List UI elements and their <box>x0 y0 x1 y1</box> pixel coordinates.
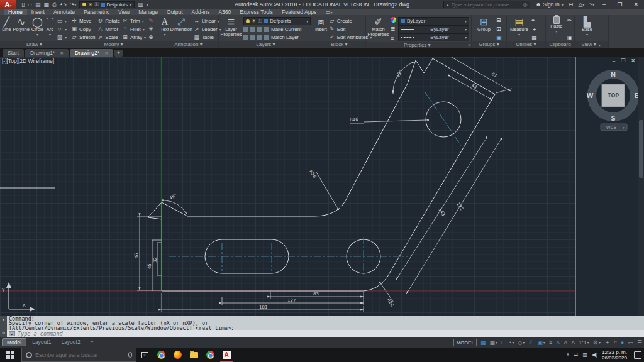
edit-block-tool[interactable]: ✎Edit <box>329 25 372 33</box>
save-icon[interactable]: ▤ <box>35 1 41 8</box>
annotation-scale-button[interactable]: 1:1▾ <box>579 339 589 346</box>
scrollbar-thumb[interactable] <box>639 120 643 178</box>
redo-icon[interactable]: ↷▾ <box>70 1 77 8</box>
ungroup-icon[interactable]: ⊟ <box>496 17 502 23</box>
firefox-taskbar-button[interactable] <box>169 348 186 362</box>
autoscale-toggle[interactable]: Λ <box>564 339 567 346</box>
file-explorer-button[interactable] <box>186 348 202 362</box>
ellipse-tool[interactable]: ○▾ <box>57 25 67 33</box>
tab-layout1[interactable]: Layout1 <box>28 338 55 346</box>
ribbon-display-toggle[interactable]: ▭▾ <box>321 9 336 15</box>
viewcube[interactable]: N W E S TOP WCS ▾ <box>586 71 638 131</box>
erase-tool[interactable]: ✎ <box>148 17 154 25</box>
array-tool[interactable]: ⊞Array▾ <box>122 33 146 41</box>
ortho-toggle[interactable]: L <box>501 339 504 346</box>
arc-tool[interactable]: ⌒Arc▾ <box>45 16 55 41</box>
visual-style-control[interactable]: [2D Wireframe] <box>18 58 54 64</box>
start-button[interactable] <box>6 351 15 359</box>
tab-model[interactable]: Model <box>2 338 26 346</box>
copy-clip-icon[interactable]: ▣ <box>567 35 572 41</box>
qat-customize-icon[interactable]: ▾ <box>147 1 148 8</box>
object-color-dropdown[interactable]: ByLayer ▾ <box>398 17 469 25</box>
tab-addins[interactable]: Add-ins <box>187 9 214 15</box>
close-icon[interactable]: ✕ <box>60 49 64 57</box>
tab-manage[interactable]: Manage <box>134 9 162 15</box>
id-point-icon[interactable]: ⌖ <box>531 17 537 24</box>
edit-attributes-tool[interactable]: ✓Edit Attributes▾ <box>329 33 372 41</box>
app-logo[interactable]: A▾ <box>0 0 16 9</box>
tab-output[interactable]: Output <box>162 9 187 15</box>
snap-toggle[interactable]: ▦▾ <box>489 339 497 346</box>
viewport-menu-control[interactable]: [-] <box>2 58 7 64</box>
close-icon[interactable]: ✕ <box>104 49 108 57</box>
dimension-tool[interactable]: ⤢Dimension <box>171 16 192 41</box>
panel-label-draw[interactable]: Draw ▾ <box>0 41 69 48</box>
annotation-monitor[interactable]: ＋ <box>604 338 610 346</box>
file-tab-drawing1[interactable]: Drawing1*✕ <box>25 49 69 57</box>
panel-label-layers[interactable]: Layers ▾ <box>219 41 313 48</box>
save-as-icon[interactable]: ▦ <box>43 1 49 8</box>
close-icon[interactable]: ✕ <box>2 317 4 322</box>
offset-tool[interactable]: ⊕ <box>148 33 154 41</box>
search-input[interactable] <box>451 2 520 8</box>
signin-button[interactable]: ☻ Sign In ▾ <box>535 1 563 8</box>
layer-properties-button[interactable]: ≣Layer Properties <box>221 16 242 41</box>
taskbar-search-input[interactable] <box>35 352 125 358</box>
panel-label-groups[interactable]: Groups ▾ <box>472 41 506 48</box>
action-center-icon[interactable] <box>634 351 641 359</box>
mirror-tool[interactable]: △Mirror <box>97 25 120 33</box>
explode-tool[interactable]: ✳ <box>148 25 154 33</box>
otrack-toggle[interactable]: ∠ <box>528 339 533 346</box>
color-wheel-icon[interactable] <box>391 17 396 23</box>
make-current-row[interactable]: Make Current <box>243 26 311 33</box>
tab-home[interactable]: Home <box>4 9 27 15</box>
polar-toggle[interactable]: ◔▾ <box>508 339 514 346</box>
workspace-switching[interactable]: ⚙▾ <box>593 339 601 346</box>
microphone-icon[interactable] <box>128 352 132 358</box>
command-icon[interactable]: ▸ <box>9 331 15 336</box>
doc-minimize-button[interactable]: – <box>613 58 615 63</box>
doc-restore-button[interactable]: ❐ <box>621 58 625 63</box>
polyline-tool[interactable]: ∿Polyline <box>13 16 30 41</box>
tab-parametric[interactable]: Parametric <box>79 9 114 15</box>
cut-icon[interactable]: ✂ <box>567 17 572 23</box>
scale-tool[interactable]: ⇗Scale <box>97 33 120 41</box>
match-layer-row[interactable]: Match Layer <box>243 33 311 41</box>
store-icon[interactable]: ⊟ <box>569 1 574 8</box>
table-tool[interactable]: ▦Table <box>194 33 221 41</box>
customization-menu[interactable]: ☰ <box>637 339 642 346</box>
fillet-tool[interactable]: ◝Fillet▾ <box>122 25 146 33</box>
panel-label-view[interactable]: View ▾ ⌄ <box>575 41 608 48</box>
tab-layout2[interactable]: Layout2 <box>57 338 84 346</box>
new-layout-button[interactable]: + <box>86 338 98 346</box>
base-tool[interactable]: ▙Base▾ <box>577 16 597 41</box>
line-tool[interactable]: ╱Line <box>2 16 11 41</box>
acrobat-taskbar-button[interactable]: A <box>218 348 235 362</box>
wrench-icon[interactable]: ⚙ <box>2 331 4 336</box>
linear-tool[interactable]: ↔Linear▾ <box>194 17 221 25</box>
isolate-objects[interactable]: ▭ <box>628 339 633 346</box>
file-tab-start[interactable]: Start <box>3 49 24 57</box>
group-tool[interactable]: ⊞Group <box>474 16 494 41</box>
insert-tool[interactable]: ⧈Insert <box>315 16 327 41</box>
layer-dropdown[interactable]: ☀ ⚿ Defpoints ▾ <box>243 17 311 25</box>
open-file-icon[interactable]: ▱ <box>28 1 32 8</box>
move-tool[interactable]: ✛Move <box>71 17 95 25</box>
tray-volume-icon[interactable]: ◀) <box>592 352 597 358</box>
panel-label-clipboard[interactable]: Clipboard <box>546 41 574 48</box>
doc-close-button[interactable]: ✕ <box>631 58 635 63</box>
osnap-toggle[interactable]: ▣▾ <box>537 339 545 346</box>
exchange-icon[interactable]: △▾ <box>578 1 584 8</box>
tray-expand-icon[interactable]: ∧ <box>566 352 570 358</box>
tray-display-icon[interactable]: ▥ <box>583 352 588 358</box>
minimize-button[interactable]: – <box>599 1 609 8</box>
command-input[interactable] <box>18 331 644 337</box>
tab-view[interactable]: View <box>114 9 134 15</box>
match-properties-tool[interactable]: ✐Match Properties <box>368 16 389 42</box>
panel-label-annotation[interactable]: Annotation ▾ <box>158 41 218 48</box>
rotate-tool[interactable]: ↻Rotate <box>97 17 120 25</box>
qat-layer-dropdown[interactable]: ☀ ⚿ Defpoints ▾ <box>79 1 135 8</box>
tab-a360[interactable]: A360 <box>214 9 235 15</box>
linetype-dropdown[interactable]: ByLayer ▾ <box>398 33 469 41</box>
taskbar-search[interactable] <box>21 348 136 362</box>
